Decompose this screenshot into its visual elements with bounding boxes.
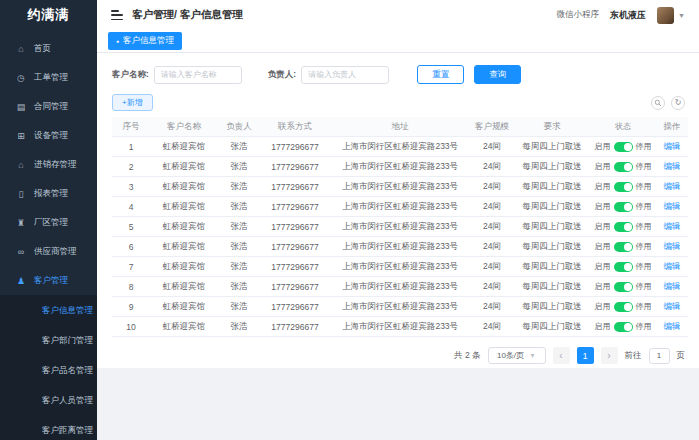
edit-link[interactable]: 编辑 [664,141,681,151]
status-off-label: 停用 [636,161,652,172]
sidebar-item-inventory[interactable]: ⌂ 进销存管理 [0,150,97,179]
app-logo: 约满满 [0,0,97,30]
refresh-icon[interactable]: ↻ [671,96,685,110]
sidebar-item-report[interactable]: ▯ 报表管理 [0,179,97,208]
status-toggle[interactable] [614,302,633,312]
sidebar-item-label: 工单管理 [34,72,68,84]
cell-status: 启用 停用 [590,161,656,172]
sidebar-item-label: 首页 [34,43,51,55]
toggle-knob [624,143,632,151]
cell-scale: 24间 [470,141,514,153]
table-row: 8 虹桥迎宾馆 张浩 1777296677 上海市闵行区虹桥迎宾路233号 24… [112,277,688,297]
cell-index: 10 [112,322,150,332]
owner-input[interactable] [301,66,389,84]
sidebar-item-factory[interactable]: ♜ 厂区管理 [0,208,97,237]
cell-actions: 编辑 [656,201,688,213]
topbar-right: 微信小程序 东机液压 ▼ [557,7,685,24]
mini-program-link[interactable]: 微信小程序 [557,9,600,21]
search-button[interactable]: 查询 [474,65,521,84]
submenu-item-customer-product[interactable]: 客户品名管理 [0,355,97,385]
status-toggle[interactable] [614,322,633,332]
page-size-select[interactable]: 10条/页 ▼ [488,347,546,364]
edit-link[interactable]: 编辑 [664,281,681,291]
edit-link[interactable]: 编辑 [664,301,681,311]
column-header: 客户名称 [150,121,218,133]
cell-demand: 每周四上门取送 [514,161,590,173]
cell-phone: 1777296677 [260,182,330,192]
column-header: 状态 [590,121,656,132]
edit-link[interactable]: 编辑 [664,321,681,331]
user-menu[interactable]: ▼ [657,7,685,24]
cell-actions: 编辑 [656,321,688,333]
cell-customer-name: 虹桥迎宾馆 [150,281,218,293]
cell-index: 8 [112,282,150,292]
next-page-button[interactable]: › [601,347,618,364]
status-toggle[interactable] [614,242,633,252]
filter-row: 客户名称: 负责人: 重置 查询 [112,65,688,84]
cell-scale: 24间 [470,221,514,233]
cell-status: 启用 停用 [590,221,656,232]
sidebar-item-customer[interactable]: ♟ 客户管理 [0,266,97,295]
edit-link[interactable]: 编辑 [664,201,681,211]
edit-link[interactable]: 编辑 [664,161,681,171]
status-on-label: 启用 [595,221,611,232]
sidebar-item-workorder[interactable]: ◷ 工单管理 [0,63,97,92]
cell-phone: 1777296677 [260,302,330,312]
edit-link[interactable]: 编辑 [664,261,681,271]
submenu-item-customer-distance[interactable]: 客户距离管理 [0,415,97,440]
reset-button[interactable]: 重置 [417,65,464,84]
total-count: 共 2 条 [454,350,480,362]
status-toggle[interactable] [614,222,633,232]
cell-status: 启用 停用 [590,181,656,192]
cell-actions: 编辑 [656,161,688,173]
sidebar-item-label: 报表管理 [34,188,68,200]
tab-customer-info[interactable]: ● 客户信息管理 [108,32,182,50]
column-header: 客户规模 [470,121,514,133]
goto-label: 前往 [625,350,642,362]
cell-scale: 24间 [470,301,514,313]
sidebar-item-home[interactable]: ⌂ 首页 [0,34,97,63]
cell-owner: 张浩 [218,301,260,313]
search-icon[interactable] [651,96,665,110]
clock-icon: ◷ [16,73,26,83]
page-1-button[interactable]: 1 [577,347,594,364]
sidebar-item-device[interactable]: ⊞ 设备管理 [0,121,97,150]
status-toggle[interactable] [614,282,633,292]
status-toggle[interactable] [614,162,633,172]
status-toggle[interactable] [614,202,633,212]
cell-customer-name: 虹桥迎宾馆 [150,321,218,333]
toggle-knob [624,263,632,271]
edit-link[interactable]: 编辑 [664,181,681,191]
cell-index: 2 [112,162,150,172]
cell-demand: 每周四上门取送 [514,181,590,193]
sidebar-collapse-icon[interactable] [111,10,123,20]
cell-address: 上海市闵行区虹桥迎宾路233号 [330,241,470,253]
customer-name-input[interactable] [154,66,242,84]
cell-address: 上海市闵行区虹桥迎宾路233号 [330,201,470,213]
status-toggle[interactable] [614,262,633,272]
status-off-label: 停用 [636,321,652,332]
column-header: 负责人 [218,121,260,133]
cell-demand: 每周四上门取送 [514,321,590,333]
status-off-label: 停用 [636,281,652,292]
cell-owner: 张浩 [218,181,260,193]
status-toggle[interactable] [614,182,633,192]
edit-link[interactable]: 编辑 [664,241,681,251]
prev-page-button[interactable]: ‹ [553,347,570,364]
cell-index: 7 [112,262,150,272]
submenu-item-customer-staff[interactable]: 客户人员管理 [0,385,97,415]
edit-link[interactable]: 编辑 [664,221,681,231]
submenu-item-customer-info[interactable]: 客户信息管理 [0,295,97,325]
goto-page-input[interactable] [649,348,670,364]
cell-address: 上海市闵行区虹桥迎宾路233号 [330,181,470,193]
monitor-icon: ⊞ [16,131,26,141]
cell-demand: 每周四上门取送 [514,221,590,233]
sidebar-item-supplier[interactable]: ∞ 供应商管理 [0,237,97,266]
add-button[interactable]: +新增 [112,94,153,111]
toggle-knob [624,183,632,191]
sidebar-item-contract[interactable]: ▤ 合同管理 [0,92,97,121]
cell-actions: 编辑 [656,261,688,273]
submenu-item-customer-dept[interactable]: 客户部门管理 [0,325,97,355]
cell-index: 9 [112,302,150,312]
status-toggle[interactable] [614,142,633,152]
